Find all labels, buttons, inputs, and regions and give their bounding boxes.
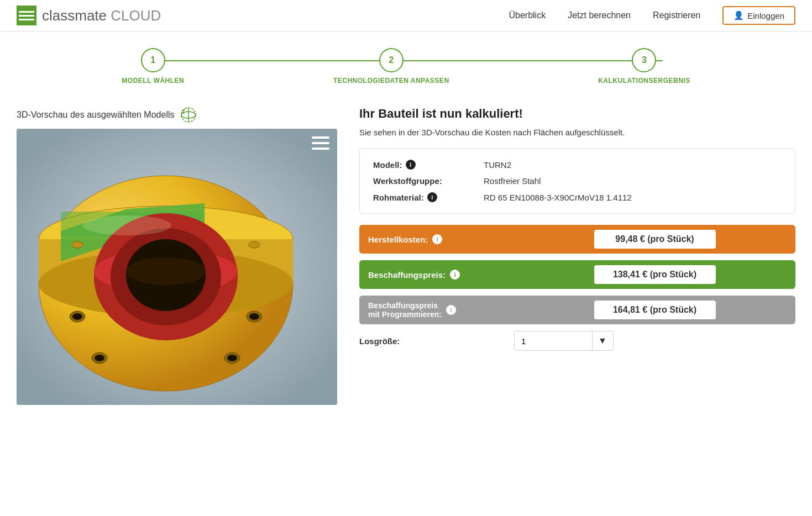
info-card: Modell: i TURN2 Werkstoffgruppe: Rostfre… bbox=[359, 148, 795, 214]
svg-point-24 bbox=[249, 313, 259, 320]
beschaffungspreis-prog-row: Beschaffungspreismit Programmieren: i bbox=[359, 296, 795, 324]
model-viewer[interactable] bbox=[17, 129, 337, 405]
svg-rect-7 bbox=[312, 136, 329, 139]
svg-point-30 bbox=[249, 241, 260, 248]
werkstoff-label: Werkstoffgruppe: bbox=[373, 176, 484, 186]
logo-text: classmate CLOUD bbox=[42, 7, 161, 24]
steps-wrapper: 1 MODELL WÄHLEN 2 TECHNOLOGIEDATEN ANPAS… bbox=[122, 48, 690, 85]
right-panel: Ihr Bauteil ist nun kalkuliert! Sie sehe… bbox=[359, 107, 795, 405]
svg-point-29 bbox=[72, 241, 83, 248]
svg-rect-1 bbox=[19, 11, 34, 13]
svg-rect-9 bbox=[312, 148, 329, 150]
rohmaterial-value: RD 65 EN10088-3-X90CrMoV18 1.4112 bbox=[484, 193, 632, 202]
svg-rect-3 bbox=[19, 19, 34, 20]
rohmaterial-label: Rohmaterial: i bbox=[373, 192, 484, 202]
model-menu-icon[interactable] bbox=[312, 136, 329, 152]
modell-info-icon[interactable]: i bbox=[406, 160, 416, 170]
preview-title-row: 3D-Vorschau des ausgewählten Modells bbox=[17, 107, 337, 123]
herstellkosten-label-cell: Herstellkosten: i bbox=[359, 225, 514, 254]
svg-rect-8 bbox=[312, 142, 329, 144]
modell-value: TURN2 bbox=[484, 160, 511, 170]
nav-registrieren[interactable]: Registrieren bbox=[653, 10, 700, 20]
herstellkosten-input[interactable] bbox=[594, 230, 716, 249]
svg-rect-2 bbox=[19, 15, 34, 17]
losgroesse-input[interactable] bbox=[515, 332, 592, 350]
herstellkosten-value-cell bbox=[514, 225, 795, 254]
login-button[interactable]: 👤 Einloggen bbox=[722, 6, 795, 25]
person-icon: 👤 bbox=[734, 10, 744, 20]
result-title: Ihr Bauteil ist nun kalkuliert! bbox=[359, 107, 795, 121]
herstellkosten-row: Herstellkosten: i bbox=[359, 225, 795, 254]
main-nav: Überblick Jetzt berechnen Registrieren 👤… bbox=[509, 6, 795, 25]
main-content: 3D-Vorschau des ausgewählten Modells bbox=[0, 96, 812, 416]
svg-point-28 bbox=[227, 355, 237, 361]
werkstoff-value: Rostfreier Stahl bbox=[484, 176, 541, 186]
beschaffungspreis-value-cell bbox=[514, 260, 795, 289]
step-1-label: MODELL WÄHLEN bbox=[122, 77, 184, 85]
beschaffungspreis-prog-label-cell: Beschaffungspreismit Programmieren: i bbox=[359, 296, 514, 324]
losgroesse-select-wrapper: ▼ bbox=[514, 331, 614, 351]
modell-label: Modell: i bbox=[373, 160, 484, 170]
logo: classmate CLOUD bbox=[17, 6, 161, 25]
info-row-modell: Modell: i TURN2 bbox=[373, 160, 782, 170]
step-3-circle: 3 bbox=[632, 48, 656, 72]
preview-title-text: 3D-Vorschau des ausgewählten Modells bbox=[17, 110, 175, 120]
rotate-icon[interactable] bbox=[180, 107, 197, 123]
step-3-label: KALKULATIONSERGEBNIS bbox=[598, 77, 690, 85]
step-3[interactable]: 3 KALKULATIONSERGEBNIS bbox=[598, 48, 690, 85]
svg-point-26 bbox=[95, 355, 104, 361]
step-1[interactable]: 1 MODELL WÄHLEN bbox=[122, 48, 184, 85]
logo-icon bbox=[17, 6, 36, 25]
step-2[interactable]: 2 TECHNOLOGIEDATEN ANPASSEN bbox=[333, 48, 449, 85]
beschaffungspreis-row: Beschaffungspreis: i bbox=[359, 260, 795, 289]
info-row-rohmaterial: Rohmaterial: i RD 65 EN10088-3-X90CrMoV1… bbox=[373, 192, 782, 202]
model-3d-svg bbox=[17, 129, 337, 405]
svg-point-20 bbox=[126, 257, 206, 285]
beschaffungspreis-label-cell: Beschaffungspreis: i bbox=[359, 260, 514, 289]
svg-point-31 bbox=[83, 215, 171, 235]
beschaffungspreis-prog-input[interactable] bbox=[594, 301, 716, 319]
progress-steps: 1 MODELL WÄHLEN 2 TECHNOLOGIEDATEN ANPAS… bbox=[0, 31, 812, 96]
beschaffungspreis-info-icon[interactable]: i bbox=[450, 270, 460, 280]
svg-point-22 bbox=[72, 313, 82, 320]
chevron-down-icon: ▼ bbox=[598, 336, 607, 346]
nav-jetzt-berechnen[interactable]: Jetzt berechnen bbox=[568, 10, 631, 20]
step-1-circle: 1 bbox=[141, 48, 165, 72]
herstellkosten-info-icon[interactable]: i bbox=[432, 234, 442, 244]
info-row-werkstoff: Werkstoffgruppe: Rostfreier Stahl bbox=[373, 176, 782, 186]
beschaffungspreis-prog-info-icon[interactable]: i bbox=[446, 305, 456, 315]
header: classmate CLOUD Überblick Jetzt berechne… bbox=[0, 0, 812, 31]
left-panel: 3D-Vorschau des ausgewählten Modells bbox=[17, 107, 337, 405]
losgroesse-row: Losgröße: ▼ bbox=[359, 331, 795, 351]
beschaffungspreis-input[interactable] bbox=[594, 265, 716, 284]
rohmaterial-info-icon[interactable]: i bbox=[427, 192, 437, 202]
step-2-circle: 2 bbox=[379, 48, 404, 72]
step-2-label: TECHNOLOGIEDATEN ANPASSEN bbox=[333, 77, 449, 85]
losgroesse-label: Losgröße: bbox=[359, 336, 514, 346]
losgroesse-dropdown-arrow[interactable]: ▼ bbox=[592, 331, 612, 350]
result-desc: Sie sehen in der 3D-Vorschau die Kosten … bbox=[359, 128, 795, 137]
nav-uberblick[interactable]: Überblick bbox=[509, 10, 546, 20]
beschaffungspreis-prog-value-cell bbox=[514, 296, 795, 324]
